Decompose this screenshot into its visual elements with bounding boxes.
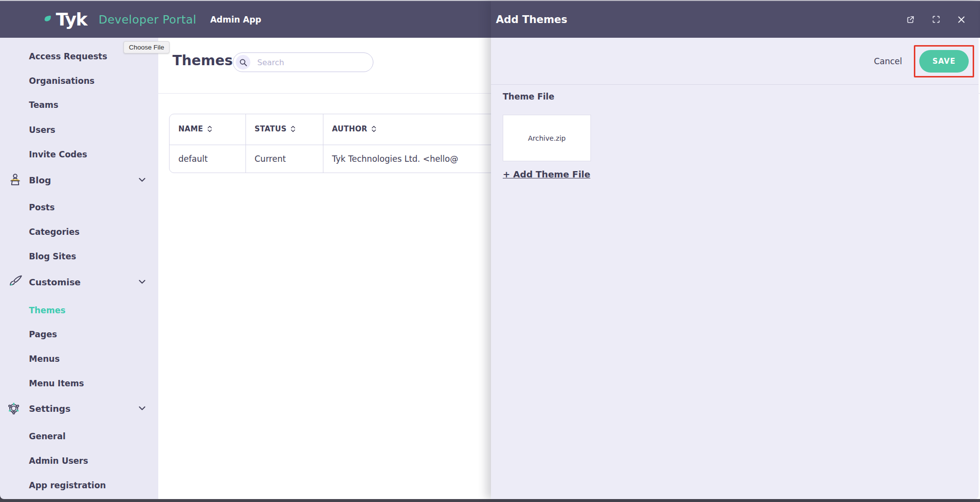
column-header-name[interactable]: NAME — [170, 114, 245, 145]
column-header-status[interactable]: STATUS — [245, 114, 323, 145]
close-icon[interactable] — [957, 15, 966, 24]
panel-header-actions — [906, 15, 966, 25]
tyk-leaf-icon — [44, 15, 55, 27]
sidebar-section-settings[interactable]: Settings — [0, 402, 158, 415]
sort-icon[interactable] — [371, 126, 376, 134]
sidebar-item-posts[interactable]: Posts — [0, 201, 158, 214]
sidebar-item-app-registration[interactable]: App registration — [0, 478, 158, 492]
sidebar-item-blog-sites[interactable]: Blog Sites — [0, 250, 158, 263]
sidebar-item-general[interactable]: General — [0, 429, 158, 443]
app-name-label: Admin App — [210, 15, 261, 25]
external-link-icon[interactable] — [906, 15, 915, 25]
blog-icon — [7, 172, 23, 188]
search-icon — [236, 55, 250, 70]
sidebar-item-pages[interactable]: Pages — [0, 327, 158, 341]
sidebar-section-customise[interactable]: Customise — [0, 275, 158, 289]
sidebar-item-organisations[interactable]: Organisations — [0, 74, 158, 88]
sidebar-item-invite-codes[interactable]: Invite Codes — [0, 148, 158, 161]
logo-text: Tyk — [56, 11, 87, 28]
search-input[interactable] — [257, 58, 355, 67]
expand-icon[interactable] — [932, 15, 940, 24]
sidebar-item-teams[interactable]: Teams — [0, 98, 158, 112]
page-title: Themes — [172, 52, 233, 69]
sidebar-item-categories[interactable]: Categories — [0, 225, 158, 239]
theme-file-card[interactable]: Archive.zip — [503, 115, 591, 161]
choose-file-tooltip: Choose File — [123, 41, 170, 53]
sort-icon[interactable] — [207, 126, 212, 134]
cell-name: default — [170, 145, 245, 173]
product-label: Developer Portal — [98, 13, 196, 26]
sidebar-item-users[interactable]: Users — [0, 123, 158, 137]
tyk-logo[interactable]: Tyk — [44, 11, 87, 28]
save-button[interactable]: SAVE — [919, 50, 969, 73]
panel-toolbar: Cancel SAVE — [491, 38, 979, 85]
cancel-button[interactable]: Cancel — [874, 56, 902, 66]
chevron-down-icon — [139, 178, 146, 182]
settings-icon — [7, 402, 21, 415]
sidebar-section-blog[interactable]: Blog — [0, 173, 158, 187]
app-window: Tyk Developer Portal Admin App Access Re… — [0, 0, 980, 502]
file-name: Archive.zip — [528, 134, 566, 142]
panel-title: Add Themes — [496, 14, 567, 25]
sidebar-item-menus[interactable]: Menus — [0, 352, 158, 366]
sidebar-item-themes[interactable]: Themes — [0, 303, 158, 317]
save-highlight-box: SAVE — [914, 45, 974, 77]
chevron-down-icon — [139, 280, 146, 284]
theme-file-label: Theme File — [503, 92, 967, 101]
sidebar: Access Requests Organisations Teams User… — [0, 38, 158, 499]
chevron-down-icon — [139, 406, 146, 411]
search-field[interactable] — [233, 52, 373, 72]
sidebar-item-admin-users[interactable]: Admin Users — [0, 454, 158, 468]
add-theme-file-link[interactable]: + Add Theme File — [503, 169, 590, 179]
sort-icon[interactable] — [291, 126, 295, 134]
cell-status: Current — [245, 145, 323, 173]
customise-icon — [7, 274, 23, 290]
sidebar-item-menu-items[interactable]: Menu Items — [0, 376, 158, 390]
add-themes-panel: Add Themes — [491, 1, 979, 499]
panel-body: Theme File Archive.zip + Add Theme File — [491, 85, 979, 179]
panel-header: Add Themes — [491, 1, 979, 38]
